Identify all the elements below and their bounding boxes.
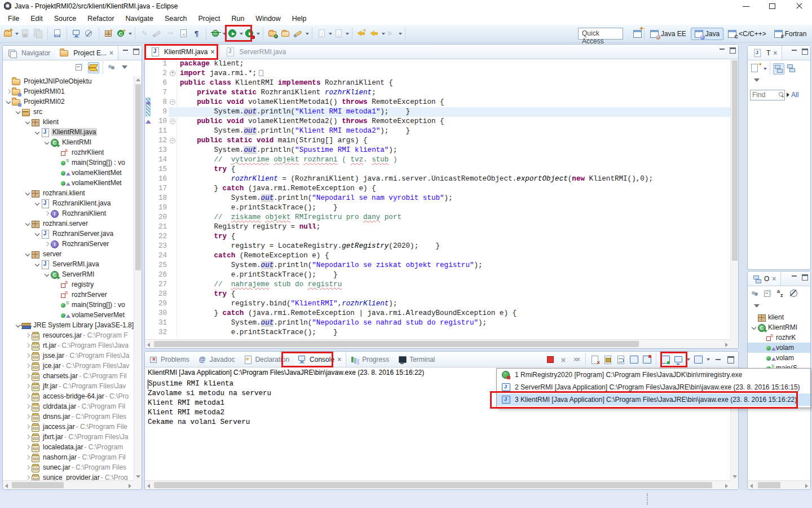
minimize-view-icon[interactable] [791,274,797,281]
chevron-right-icon[interactable] [25,353,30,358]
fold-expand-icon[interactable]: + [170,71,175,76]
menu-window[interactable]: Window [250,13,286,24]
tree-item-rozhrserver[interactable]: rozhrServer [3,290,134,300]
run-external-dropdown-icon[interactable] [257,33,260,35]
tree-item-rt-jar[interactable]: rt.jar - C:\Program Files\Java [3,340,134,351]
menu-search[interactable]: Search [159,13,193,24]
tree-item-sunec-jar[interactable]: sunec.jar - C:\Program Files [3,462,134,472]
code-editor[interactable]: 1package klient;2+import java.rmi.*;6pub… [145,59,730,339]
chevron-right-icon[interactable] [25,414,30,419]
run-button[interactable] [226,27,239,41]
collapse-all-icon[interactable] [763,288,774,300]
tree-item-projektrmi01[interactable]: ProjektRMI01 [3,86,134,97]
chevron-right-icon[interactable] [25,434,30,440]
run-external-button[interactable] [243,27,256,41]
chevron-down-icon[interactable] [15,322,21,328]
chevron-right-icon[interactable] [25,475,30,480]
back-button[interactable] [368,27,381,41]
last-edit-location-button[interactable]: ✳ [355,27,368,41]
open-console-icon[interactable] [693,354,703,365]
tree-item-rozhraniklient[interactable]: RozhraniKlient [3,208,134,218]
chevron-right-icon[interactable] [25,332,30,338]
code-line-29[interactable]: 29 registry.bind("KlientRMI",rozhrKlient… [145,299,730,309]
editor-horizontal-scrollbar[interactable] [145,339,730,348]
close-icon[interactable]: × [210,48,214,56]
open-perspective-icon[interactable]: ✦ [632,28,643,40]
remove-all-terminated-icon[interactable] [571,354,581,365]
tab-progress[interactable]: Progress [346,352,394,367]
close-icon[interactable]: × [772,275,776,283]
collapse-all-icon[interactable] [74,62,86,73]
minimize-view-icon[interactable] [713,354,723,365]
tree-item-klient[interactable]: klient [3,117,134,127]
close-window-button[interactable] [786,0,812,12]
folded-region-icon[interactable] [259,70,263,76]
console-menu-item-3[interactable]: 3 KlientRMI [Java Application] C:\Progra… [497,393,810,406]
code-line-17[interactable]: 17 } catch (java.rmi.RemoteException e) … [145,184,730,194]
tree-item-main-string-vo[interactable]: main(String[]) : vo [3,300,134,310]
tree-item-src[interactable]: src [3,107,134,117]
tab-declaration[interactable]: Declaration [239,352,294,367]
tree-item-cldrdata-jar[interactable]: cldrdata.jar - C:\Program Fil [3,401,134,411]
tree-item-rozhrklient[interactable]: rozhrKlient [3,147,134,157]
tree-item-dnsns-jar[interactable]: dnsns.jar - C:\Program Files [3,411,134,422]
chevron-right-icon[interactable] [25,363,30,369]
new-java-package-button[interactable]: ＋ [102,27,115,41]
skip-all-breakpoints-button[interactable] [83,27,96,41]
new-java-class-button[interactable]: C＋ [115,27,128,41]
code-line-30[interactable]: 30 } catch (java.rmi.RemoteException | j… [145,309,730,318]
maximize-view-icon[interactable] [133,49,139,55]
chevron-down-icon[interactable] [25,119,30,125]
tree-item-serverrmi-java[interactable]: ServerRMI.java [3,259,134,269]
menu-refactor[interactable]: Refactor [82,13,120,24]
fold-collapse-icon[interactable]: − [170,99,175,105]
code-line-31[interactable]: 31 System.out.println("Nepodarilo se nah… [145,318,730,328]
scheduled-view-icon[interactable] [786,63,797,75]
show-whitespace-button[interactable]: ¶ [190,27,203,41]
chevron-down-icon[interactable] [34,129,40,135]
status-grip-icon[interactable] [647,493,648,505]
tab-navigator[interactable]: Navigator [3,46,55,60]
terminate-icon[interactable] [545,354,555,365]
chevron-down-icon[interactable] [44,271,50,277]
code-line-14[interactable]: 14 // vytvorime objekt rozhrani ( tvz. s… [145,155,730,165]
chevron-right-icon[interactable] [25,373,30,379]
perspective-java-ee[interactable]: Java EE [647,28,690,40]
chevron-right-icon[interactable] [25,444,30,450]
outline-horizontal-scrollbar[interactable] [748,480,810,489]
perspective-c-c[interactable]: C<C/C++> [725,28,770,40]
code-line-20[interactable]: 20 // ziskame objekt RMIregistru pro dan… [145,213,730,222]
tree-item-rozhraniklient-java[interactable]: RozhraniKlient.java [3,198,134,208]
chevron-right-icon[interactable] [25,465,30,470]
code-line-12[interactable]: 12− public static void main(String[] arg… [145,136,730,146]
menu-help[interactable]: Help [286,13,312,24]
code-line-28[interactable]: 28 try { [145,290,730,299]
find-input[interactable] [751,90,774,99]
fold-collapse-icon[interactable]: − [170,119,175,124]
pin-console-icon[interactable] [660,354,670,365]
remove-launch-icon[interactable] [558,354,568,365]
minimize-view-icon[interactable] [791,49,797,55]
chevron-down-icon[interactable] [34,261,40,267]
tree-item-rozhrani-klient[interactable]: rozhrani.klient [3,188,134,198]
close-icon[interactable]: × [109,49,113,57]
show-console-on-stdout-icon[interactable] [629,354,639,365]
tab-console[interactable]: Console× [294,352,346,367]
tree-item-jsse-jar[interactable]: jsse.jar - C:\Program Files\Ja [3,351,134,361]
tree-item-projektjnipoleobjektu[interactable]: ProjektJNIPoleObjektu [3,76,134,86]
editor-vertical-scrollbar[interactable] [730,59,738,339]
view-menu-icon[interactable] [120,62,131,73]
chevron-right-icon[interactable] [25,383,30,389]
tree-item-rozhrani-server[interactable]: rozhrani.server [3,218,134,229]
debug-button[interactable] [209,27,222,41]
tree-item-projektrmi02[interactable]: ProjektRMI02 [3,97,134,107]
display-console-dropdown-icon[interactable] [687,358,690,361]
close-icon[interactable]: × [337,356,341,364]
code-line-24[interactable]: 24 catch (RemoteException e) { [145,251,730,261]
chevron-down-icon[interactable] [6,99,11,104]
outline-item-klient[interactable]: klient [748,312,810,322]
tree-item-rozhraniserver[interactable]: RozhraniServer [3,239,134,249]
outline-item-klientrmi[interactable]: KlientRMI [748,322,810,332]
tree-item-localedata-jar[interactable]: localedata.jar - C:\Program [3,442,134,452]
code-line-6[interactable]: 6public class KlientRMI implements Rozhr… [145,78,730,88]
